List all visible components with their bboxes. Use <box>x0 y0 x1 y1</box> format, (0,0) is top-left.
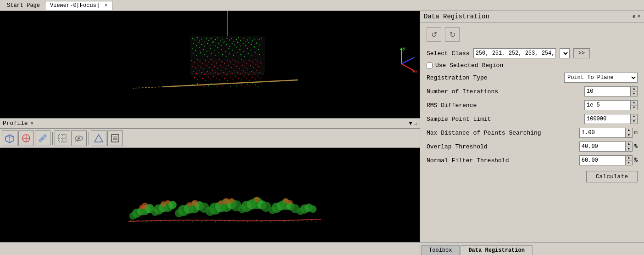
tab-toolbox[interactable]: Toolbox <box>421 245 460 255</box>
svg-point-132 <box>209 67 210 68</box>
use-selected-region-checkbox[interactable] <box>427 62 433 68</box>
svg-point-318 <box>178 221 179 222</box>
redo-button[interactable]: ↻ <box>445 27 460 42</box>
profile-close-btn[interactable]: × <box>31 121 34 126</box>
toolbar-grid-btn[interactable] <box>55 130 70 146</box>
overlap-row: Overlap Threshold ▲ ▼ % <box>427 142 638 152</box>
calculate-button[interactable]: Calculate <box>586 171 638 182</box>
svg-point-93 <box>237 52 238 53</box>
svg-point-87 <box>215 55 216 56</box>
profile-minimize-btn[interactable]: ▼ <box>409 121 412 126</box>
normal-filter-spin-up[interactable]: ▲ <box>626 156 632 161</box>
svg-point-103 <box>200 61 200 62</box>
select-class-arrow-btn[interactable]: >> <box>573 48 590 58</box>
toolbar-eye-btn[interactable] <box>71 130 87 146</box>
max-dist-input[interactable] <box>579 128 625 138</box>
rms-spin-down[interactable]: ▼ <box>631 106 637 110</box>
overlap-spin-down[interactable]: ▼ <box>626 147 632 152</box>
svg-point-10 <box>201 39 202 40</box>
svg-point-183 <box>213 76 215 77</box>
svg-point-145 <box>244 67 245 68</box>
svg-point-203 <box>197 83 198 84</box>
svg-point-223 <box>252 83 253 84</box>
svg-point-116 <box>235 61 237 62</box>
registration-form: ↺ ↻ Select Class ▼ >> Use Selected Regio… <box>420 23 644 242</box>
svg-point-334 <box>252 221 253 221</box>
toolbar-circle-cross-btn[interactable] <box>18 130 34 146</box>
viewer-canvas[interactable]: y x <box>0 11 420 118</box>
sample-limit-spin-up[interactable]: ▲ <box>631 114 637 119</box>
svg-point-54 <box>240 45 241 46</box>
undo-button[interactable]: ↺ <box>427 27 441 42</box>
toolbar-ruler-btn[interactable] <box>35 130 50 146</box>
max-dist-spin-up[interactable]: ▲ <box>626 128 632 133</box>
select-class-dropdown[interactable]: ▼ <box>560 48 570 58</box>
normal-filter-spin-down[interactable]: ▼ <box>626 161 632 165</box>
svg-point-82 <box>196 55 197 56</box>
svg-point-336 <box>261 221 262 222</box>
svg-point-193 <box>241 79 242 80</box>
svg-point-36 <box>261 38 262 39</box>
svg-point-34 <box>256 42 257 43</box>
viewer-tab-close[interactable]: × <box>105 3 107 8</box>
svg-point-197 <box>252 77 253 78</box>
svg-marker-251 <box>94 135 103 142</box>
svg-point-112 <box>224 63 225 64</box>
close-panel-btn[interactable]: × <box>637 14 640 19</box>
registration-type-select[interactable]: Point To Plane Point To Point <box>564 73 638 83</box>
svg-point-155 <box>204 74 205 75</box>
select-class-input[interactable] <box>473 48 556 58</box>
pin-btn[interactable]: ¥ <box>633 14 636 19</box>
profile-maximize-btn[interactable]: □ <box>414 121 417 126</box>
svg-point-16 <box>215 39 217 40</box>
iterations-spin-up[interactable]: ▲ <box>631 87 637 92</box>
svg-point-172 <box>251 71 252 72</box>
svg-point-133 <box>211 64 212 65</box>
svg-point-178 <box>200 76 200 77</box>
svg-point-187 <box>224 78 226 79</box>
sample-limit-input[interactable] <box>584 114 630 124</box>
svg-point-11 <box>204 41 205 42</box>
toolbar-notes-btn[interactable] <box>107 130 123 146</box>
tab-start-page[interactable]: Start Page <box>2 1 45 10</box>
svg-point-306 <box>309 205 316 213</box>
svg-point-213 <box>225 83 226 84</box>
svg-point-207 <box>208 85 209 86</box>
svg-point-81 <box>193 53 194 54</box>
profile-title-left: Profile × <box>3 120 33 127</box>
rms-spin-up[interactable]: ▲ <box>631 101 637 106</box>
svg-point-78 <box>250 50 251 51</box>
svg-point-49 <box>226 44 228 45</box>
svg-point-79 <box>254 47 255 48</box>
tab-data-registration[interactable]: Data Registration <box>461 245 532 255</box>
rms-row: RMS Difference ▲ ▼ <box>427 100 638 110</box>
toolbar-sep-2 <box>89 132 89 145</box>
svg-point-99 <box>259 54 260 56</box>
rms-input[interactable] <box>584 100 630 110</box>
sample-limit-spin-btns: ▲ ▼ <box>630 114 638 124</box>
toolbar-3d-btn[interactable] <box>2 130 17 146</box>
profile-canvas[interactable] <box>0 148 420 242</box>
max-dist-spin-down[interactable]: ▼ <box>626 133 632 138</box>
toolbar-triangle-btn[interactable] <box>91 130 106 146</box>
overlap-unit: % <box>634 143 638 150</box>
iterations-spin-down[interactable]: ▼ <box>631 92 637 96</box>
svg-point-314 <box>160 221 161 222</box>
svg-rect-5 <box>190 36 265 72</box>
overlap-spin-up[interactable]: ▲ <box>626 142 632 147</box>
right-bottom-tabs: Toolbox Data Registration <box>420 242 644 255</box>
normal-filter-input[interactable] <box>579 155 625 165</box>
tab-viewer[interactable]: Viewer-0[Focus] × <box>45 1 112 10</box>
sample-limit-spin-down[interactable]: ▼ <box>631 119 637 124</box>
svg-point-69 <box>217 47 219 49</box>
svg-point-161 <box>221 70 222 71</box>
iterations-input[interactable] <box>584 86 630 96</box>
svg-point-31 <box>250 38 250 39</box>
svg-point-333 <box>247 221 248 222</box>
svg-point-92 <box>233 55 234 56</box>
overlap-label: Overlap Threshold <box>427 143 488 150</box>
svg-point-51 <box>232 43 233 44</box>
overlap-input[interactable] <box>579 142 625 152</box>
svg-point-52 <box>234 45 235 45</box>
svg-point-105 <box>205 60 206 61</box>
